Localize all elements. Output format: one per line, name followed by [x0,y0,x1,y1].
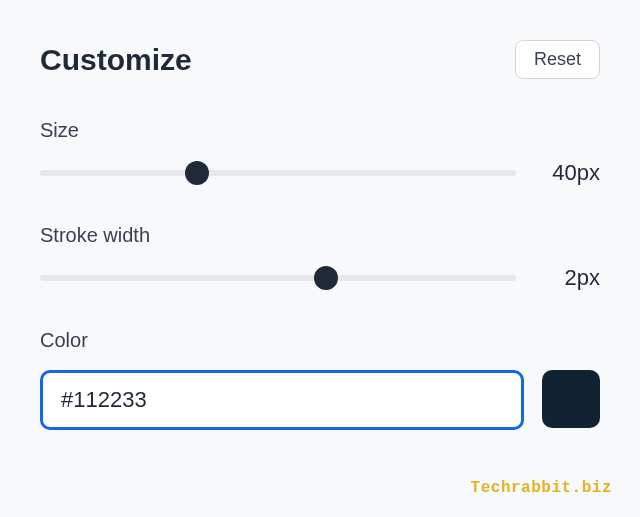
slider-thumb[interactable] [314,266,338,290]
stroke-slider-row: 2px [40,265,600,291]
watermark: Techrabbit.biz [471,479,612,497]
stroke-control: Stroke width 2px [40,224,600,291]
color-label: Color [40,329,600,352]
size-label: Size [40,119,600,142]
stroke-label: Stroke width [40,224,600,247]
size-slider-row: 40px [40,160,600,186]
size-control: Size 40px [40,119,600,186]
size-value: 40px [538,160,600,186]
size-slider[interactable] [40,161,516,185]
page-title: Customize [40,43,192,77]
slider-track [40,170,516,176]
reset-button[interactable]: Reset [515,40,600,79]
color-control: Color [40,329,600,430]
color-input[interactable] [40,370,524,430]
stroke-slider[interactable] [40,266,516,290]
color-row [40,370,600,430]
color-swatch[interactable] [542,370,600,428]
stroke-value: 2px [538,265,600,291]
slider-track [40,275,516,281]
header: Customize Reset [40,40,600,79]
slider-thumb[interactable] [185,161,209,185]
